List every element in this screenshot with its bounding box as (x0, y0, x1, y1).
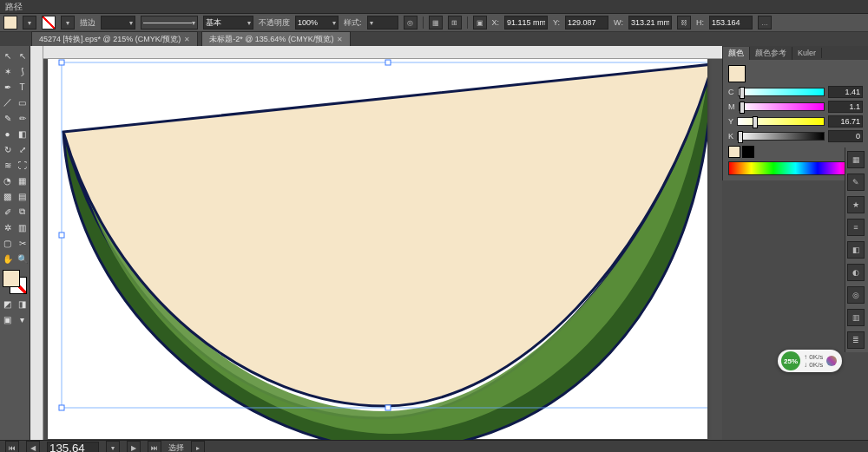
fill-indicator[interactable] (3, 270, 20, 287)
close-icon[interactable]: ✕ (184, 36, 190, 43)
zoom-menu-icon[interactable]: ▾ (106, 441, 120, 452)
artboard[interactable] (48, 59, 707, 439)
tab-color[interactable]: 颜色 (723, 47, 750, 60)
recolor-icon[interactable]: ◎ (404, 16, 418, 29)
line-tool-icon[interactable]: ／ (0, 95, 15, 110)
artboard-nav-last-icon[interactable]: ⏭ (148, 441, 161, 452)
panel-icon-graphic-styles[interactable]: ▥ (847, 309, 865, 326)
fill-stroke-indicator[interactable] (3, 270, 27, 294)
stroke-line-preview[interactable] (141, 16, 198, 29)
gradient-tool-icon[interactable]: ▤ (15, 188, 30, 204)
doc-tab-2[interactable]: 未标题-2* @ 135.64% (CMYK/预览) ✕ (201, 31, 351, 46)
y-label: Y: (553, 18, 560, 27)
mini-black[interactable] (742, 146, 754, 158)
symbol-sprayer-tool-icon[interactable]: ✲ (0, 219, 15, 235)
slice-tool-icon[interactable]: ✂ (15, 235, 30, 251)
panel-icon-transparency[interactable]: ◐ (847, 264, 865, 281)
network-usage-badge[interactable]: 25% ↑ 0K/s ↓ 0K/s (778, 350, 842, 372)
artboard-tool-icon[interactable]: ▢ (0, 235, 15, 251)
fill-menu[interactable]: ▾ (23, 16, 36, 29)
pen-tool-icon[interactable]: ✒ (0, 79, 15, 95)
artboard-nav-first-icon[interactable]: ⏮ (5, 441, 19, 452)
mini-white[interactable] (728, 146, 740, 158)
stroke-weight-input[interactable] (101, 16, 135, 29)
width-tool-icon[interactable]: ≋ (0, 157, 15, 173)
screen-mode-icon[interactable]: ▣ (0, 311, 15, 327)
selection-tool-icon[interactable]: ↖ (0, 48, 15, 63)
mini-fill[interactable] (728, 65, 746, 82)
y-slider[interactable] (737, 117, 825, 126)
change-screen-icon[interactable]: ▾ (15, 311, 30, 327)
lock-ratio-icon[interactable]: ⛓ (677, 16, 691, 29)
fill-swatch[interactable] (3, 16, 17, 29)
blob-brush-tool-icon[interactable]: ● (0, 126, 15, 141)
color-mode-icon[interactable]: ◩ (0, 296, 15, 311)
ruler-vertical[interactable] (30, 46, 43, 440)
more-options-icon[interactable]: … (758, 16, 772, 29)
y-input[interactable] (565, 16, 608, 29)
pencil-tool-icon[interactable]: ✏ (15, 110, 30, 126)
panel-icon-appearance[interactable]: ◎ (847, 286, 865, 304)
transform-icon[interactable]: ⊞ (448, 16, 462, 29)
scale-tool-icon[interactable]: ⤢ (15, 141, 30, 157)
flesh-path[interactable] (63, 64, 707, 406)
tab-kuler[interactable]: Kuler (792, 48, 822, 58)
paintbrush-tool-icon[interactable]: ✎ (0, 110, 15, 126)
panel-icon-brushes[interactable]: ✎ (847, 174, 865, 191)
c-value[interactable] (828, 86, 863, 98)
tab-color-guide[interactable]: 颜色参考 (750, 47, 792, 60)
stroke-swatch[interactable] (42, 16, 56, 29)
eraser-tool-icon[interactable]: ◧ (15, 126, 30, 141)
panel-icon-layers[interactable]: ≣ (847, 331, 865, 349)
artboard-viewport[interactable] (43, 59, 722, 440)
doc-tab-1[interactable]: 45274 [转换].eps* @ 215% (CMYK/预览) ✕ (31, 31, 198, 46)
opacity-input[interactable]: 100% (295, 16, 339, 29)
h-label: H: (696, 18, 704, 27)
rotate-tool-icon[interactable]: ↻ (0, 141, 15, 157)
shape-builder-tool-icon[interactable]: ◔ (0, 173, 15, 188)
graphic-style[interactable] (367, 16, 398, 29)
status-tool-label: 选择 (168, 442, 184, 453)
panel-icon-stroke[interactable]: ≡ (847, 219, 865, 236)
w-input[interactable] (628, 16, 672, 29)
panel-icon-swatches[interactable]: ▦ (847, 151, 865, 168)
magic-wand-tool-icon[interactable]: ✶ (0, 63, 15, 79)
h-input[interactable] (709, 16, 753, 29)
lasso-tool-icon[interactable]: ⟆ (15, 63, 30, 79)
xy-origin-icon[interactable]: ▣ (473, 16, 487, 29)
type-tool-icon[interactable]: T (15, 79, 30, 95)
eyedropper-tool-icon[interactable]: ✐ (0, 204, 15, 219)
spectrum-bar[interactable] (728, 161, 863, 175)
c-label: C (728, 88, 734, 96)
ruler-horizontal[interactable] (43, 46, 722, 59)
mesh-tool-icon[interactable]: ▩ (0, 188, 15, 204)
y-value[interactable] (828, 115, 863, 128)
perspective-tool-icon[interactable]: ▦ (15, 173, 30, 188)
close-icon[interactable]: ✕ (337, 36, 343, 43)
align-icon[interactable]: ▦ (429, 16, 443, 29)
direct-selection-tool-icon[interactable]: ↖ (15, 48, 30, 63)
x-input[interactable] (504, 16, 548, 29)
column-graph-tool-icon[interactable]: ▥ (15, 219, 30, 235)
artboard-nav-next-icon[interactable]: ▶ (127, 441, 141, 452)
m-label: M (728, 102, 735, 111)
panel-icon-gradient[interactable]: ◧ (847, 241, 865, 259)
free-transform-tool-icon[interactable]: ⛶ (15, 157, 30, 173)
zoom-input[interactable] (47, 442, 99, 452)
mini-fill-stroke[interactable] (728, 65, 863, 82)
m-value[interactable] (828, 101, 863, 113)
artboard-nav-prev-icon[interactable]: ◀ (26, 441, 40, 452)
brush-definition[interactable]: 基本 (203, 16, 253, 29)
m-slider[interactable] (739, 102, 825, 111)
rectangle-tool-icon[interactable]: ▭ (15, 95, 30, 110)
status-menu-icon[interactable]: ▸ (191, 441, 205, 452)
k-slider[interactable] (737, 132, 825, 141)
gradient-mode-icon[interactable]: ◨ (15, 296, 30, 311)
panel-icon-symbols[interactable]: ★ (847, 196, 865, 213)
c-slider[interactable] (738, 88, 825, 96)
blend-tool-icon[interactable]: ⧉ (15, 204, 30, 219)
k-value[interactable] (828, 130, 863, 142)
hand-tool-icon[interactable]: ✋ (0, 251, 15, 266)
zoom-tool-icon[interactable]: 🔍 (15, 251, 30, 266)
stroke-menu[interactable]: ▾ (61, 16, 75, 29)
